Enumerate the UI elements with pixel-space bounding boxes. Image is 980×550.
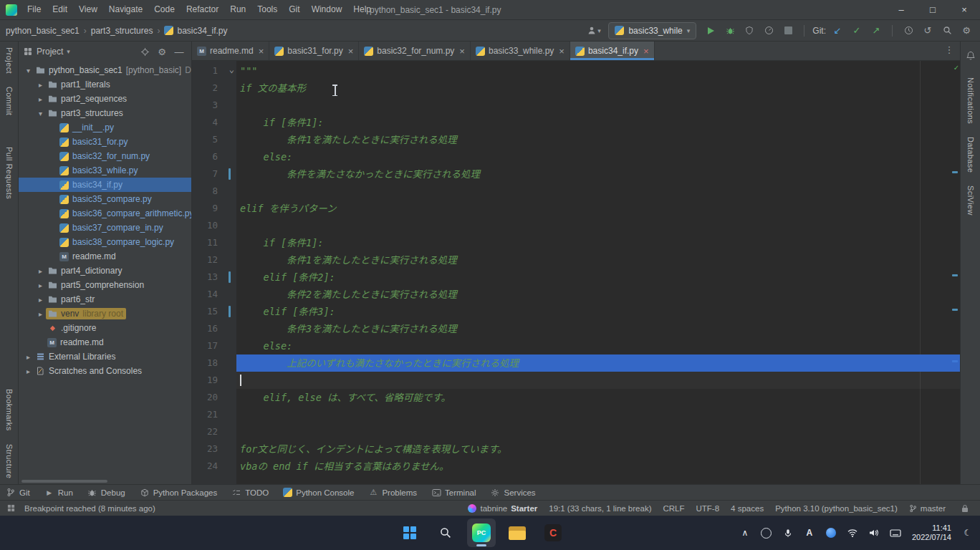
code-text[interactable] <box>236 372 960 389</box>
code-text[interactable]: elif [条件3]: <box>236 303 960 320</box>
line-number[interactable]: 18 <box>192 354 236 372</box>
tree-item-part6-str[interactable]: ▸part6_str <box>19 292 191 307</box>
tree-item-basic38-compare-logic-py[interactable]: basic38_compare_logic.py <box>19 235 191 249</box>
chevron-down-icon[interactable]: ▾ <box>35 110 46 117</box>
code-text[interactable] <box>236 217 960 234</box>
chevron-right-icon[interactable]: ▸ <box>35 81 46 89</box>
line-number[interactable]: 5 <box>192 131 236 148</box>
chevron-right-icon[interactable]: ▸ <box>35 281 46 289</box>
line-number[interactable]: 20 <box>192 389 236 406</box>
line-number[interactable]: 21 <box>192 406 236 423</box>
code-text[interactable]: """ <box>236 62 960 79</box>
menu-file[interactable]: File <box>21 0 47 19</box>
chevron-right-icon[interactable]: ▸ <box>35 267 46 275</box>
chevron-right-icon[interactable]: ▸ <box>35 95 46 103</box>
tree-item-basic33-while-py[interactable]: basic33_while.py <box>19 163 191 178</box>
locate-file-button[interactable] <box>137 44 153 59</box>
code-text[interactable]: if [条件1]: <box>236 114 960 131</box>
stripe-button-database[interactable]: Database <box>966 137 975 173</box>
search-everywhere-button[interactable] <box>939 23 955 39</box>
line-number[interactable]: 17 <box>192 337 236 354</box>
tool-window-switcher-icon[interactable] <box>3 501 19 516</box>
bottom-tool-button-todo[interactable]: TODO <box>231 488 269 498</box>
code-text[interactable]: if 文の基本形 <box>236 79 960 97</box>
editor-line[interactable]: 17 else: <box>192 337 960 354</box>
tree-item-readme-md[interactable]: Mreadme.md <box>19 335 191 349</box>
editor-line[interactable]: 7 条件を満たさなかったときに実行される処理 <box>192 165 960 183</box>
chevron-right-icon[interactable]: ▸ <box>23 367 34 375</box>
caret-position[interactable]: 19:1 (33 chars, 1 line break) <box>549 504 651 513</box>
tree-item-basic31-for-py[interactable]: basic31_for.py <box>19 135 191 149</box>
menu-edit[interactable]: Edit <box>47 0 73 19</box>
tree-item-python-basic-sec1[interactable]: ▾python_basic_sec1 [python_basic] D:\ <box>19 63 191 77</box>
line-separator[interactable]: CRLF <box>663 504 684 513</box>
tree-item-external-libraries[interactable]: ▸External Libraries <box>19 349 191 364</box>
breadcrumb-item-part3-structures[interactable]: part3_structures <box>91 26 153 36</box>
taskbar-app-c-button[interactable]: C <box>539 518 567 547</box>
volume-icon[interactable] <box>865 521 883 544</box>
menu-window[interactable]: Window <box>306 0 348 19</box>
line-number[interactable]: 13 <box>192 269 236 286</box>
bottom-tool-button-terminal[interactable]: Terminal <box>431 488 476 498</box>
code-text[interactable]: 条件1を満たしたときに実行される処理 <box>236 251 960 269</box>
line-number[interactable]: 16 <box>192 320 236 337</box>
bottom-tool-button-services[interactable]: Services <box>490 488 535 498</box>
settings-button[interactable]: ⚙ <box>959 23 974 39</box>
editor-line[interactable]: 19 <box>192 372 960 389</box>
code-text[interactable]: vbaの end if に相当する言葉はありません。 <box>236 458 960 475</box>
line-number[interactable]: 11 <box>192 234 236 251</box>
editor-line[interactable]: 24vbaの end if に相当する言葉はありません。 <box>192 458 960 475</box>
tree-item-basic32-for-num-py[interactable]: basic32_for_num.py <box>19 149 191 163</box>
line-number[interactable]: 6 <box>192 148 236 165</box>
code-text[interactable]: for文と同じく、インデントによって構造を表現しています。 <box>236 440 960 458</box>
code-text[interactable]: 条件2を満たしたときに実行される処理 <box>236 286 960 303</box>
stripe-button-sciview[interactable]: SciView <box>966 185 975 216</box>
update-project-button[interactable]: ↙ <box>830 23 845 39</box>
close-button[interactable]: × <box>948 0 980 19</box>
push-button[interactable]: ↗ <box>868 23 884 39</box>
editor-line[interactable]: 3 <box>192 97 960 114</box>
tree-item-init-py[interactable]: __init__.py <box>19 120 191 135</box>
editor-line[interactable]: 22 <box>192 423 960 440</box>
line-number[interactable]: 15 <box>192 303 236 320</box>
tree-item-part2-sequences[interactable]: ▸part2_sequences <box>19 92 191 106</box>
bottom-tool-button-git[interactable]: Git <box>6 488 30 498</box>
fold-icon[interactable]: ⌄ <box>229 61 234 78</box>
editor[interactable]: 1⌄"""2if 文の基本形34 if [条件1]:5 条件1を満たしたときに実… <box>192 61 960 484</box>
notifications-bell-icon[interactable] <box>963 47 979 63</box>
tab-basic31-for-py[interactable]: basic31_for.py× <box>269 42 359 60</box>
tree-item-part1-literals[interactable]: ▸part1_literals <box>19 77 191 92</box>
chevron-down-icon[interactable]: ▾ <box>23 67 34 74</box>
editor-line[interactable]: 11 if [条件1]: <box>192 234 960 251</box>
line-number[interactable]: 3 <box>192 97 236 114</box>
status-message[interactable]: Breakpoint reached (8 minutes ago) <box>24 504 155 513</box>
bottom-tool-button-run[interactable]: ▶Run <box>44 488 73 498</box>
line-number[interactable]: 19 <box>192 372 236 389</box>
editor-line[interactable]: 20 elif, else は、すべて、省略可能です。 <box>192 389 960 406</box>
menu-refactor[interactable]: Refactor <box>181 0 224 19</box>
tree-item-scratches-and-consoles[interactable]: ▸Scratches and Consoles <box>19 364 191 378</box>
bottom-tool-button-debug[interactable]: Debug <box>87 488 125 498</box>
code-with-me-button[interactable]: ▾ <box>586 23 602 39</box>
code-text[interactable]: 条件を満たさなかったときに実行される処理 <box>236 165 960 183</box>
tab-basic32-for-num-py[interactable]: basic32_for_num.py× <box>359 42 471 60</box>
line-number[interactable]: 8 <box>192 183 236 200</box>
breadcrumb-item-python-basic-sec1[interactable]: python_basic_sec1 <box>6 26 80 36</box>
stripe-button-project[interactable]: Project <box>5 47 14 74</box>
chevron-right-icon[interactable]: ▸ <box>23 353 34 361</box>
close-tab-icon[interactable]: × <box>259 46 264 57</box>
editor-line[interactable]: 18 上記のいずれも満たさなかったときに実行される処理 <box>192 354 960 372</box>
close-tab-icon[interactable]: × <box>459 46 465 57</box>
tab-basic33-while-py[interactable]: basic33_while.py× <box>471 42 570 60</box>
code-text[interactable]: else: <box>236 337 960 354</box>
code-text[interactable]: 条件1を満たしたときに実行される処理 <box>236 131 960 148</box>
bottom-tool-button-python-packages[interactable]: Python Packages <box>140 488 218 498</box>
editor-line[interactable]: 16 条件3を満たしたときに実行される処理 <box>192 320 960 337</box>
tree-item-venv[interactable]: ▸venv library root <box>19 307 191 321</box>
code-text[interactable]: 上記のいずれも満たさなかったときに実行される処理 <box>236 354 960 372</box>
code-text[interactable]: elif, else は、すべて、省略可能です。 <box>236 389 960 406</box>
stripe-button-structure[interactable]: Structure <box>5 444 14 478</box>
python-interpreter[interactable]: Python 3.10 (python_basic_sec1) <box>775 504 898 513</box>
ime-mode-indicator[interactable]: A <box>800 521 819 544</box>
code-text[interactable]: if [条件1]: <box>236 234 960 251</box>
